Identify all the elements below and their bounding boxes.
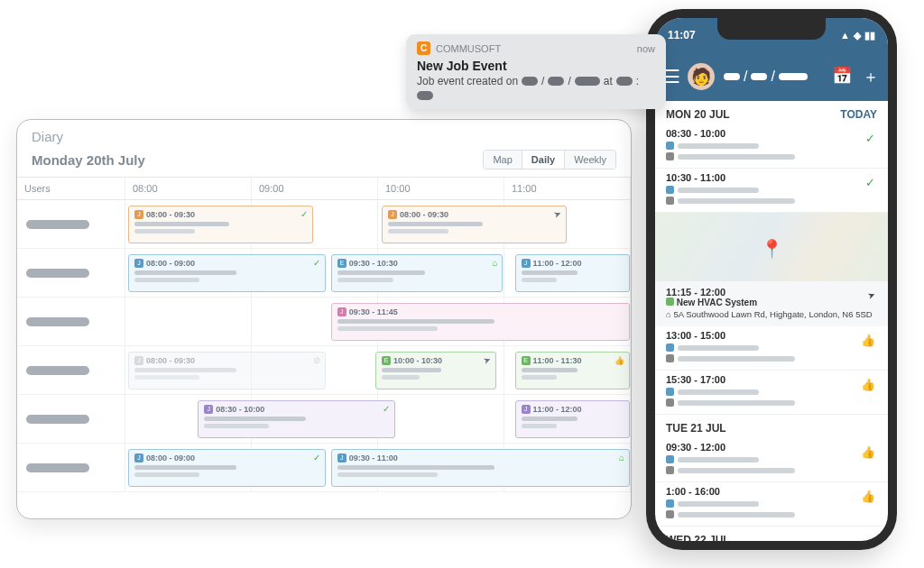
item-type-badge (666, 186, 674, 194)
diary-event[interactable]: J08:00 - 09:00 (128, 254, 326, 292)
tab-daily[interactable]: Daily (522, 151, 565, 169)
diary-row: J08:00 - 09:00J09:30 - 11:00 (17, 444, 631, 492)
home-icon (666, 399, 674, 407)
user-cell (17, 249, 125, 297)
diary-event[interactable]: E09:30 - 10:30 (331, 254, 504, 292)
diary-event[interactable]: J08:00 - 09:30 (382, 206, 567, 243)
add-icon[interactable]: ＋ (863, 66, 879, 87)
item-title: New HVAC System (677, 298, 757, 307)
diary-event[interactable]: J08:00 - 09:00 (128, 449, 326, 487)
schedule-item[interactable]: 09:30 - 12:00 (655, 438, 888, 482)
menu-icon[interactable]: ☰ (664, 66, 680, 87)
day-header: MON 20 JULTODAY (655, 101, 888, 124)
diary-event[interactable]: E10:00 - 10:30 (375, 352, 497, 389)
user-name-placeholder (26, 220, 89, 229)
schedule-item[interactable]: 15:30 - 17:00 (655, 371, 888, 415)
diary-row: J09:30 - 11:45 (17, 298, 631, 346)
diary-row: J08:00 - 09:30E10:00 - 10:30E11:00 - 11:… (17, 346, 631, 395)
schedule-item[interactable]: 08:30 - 10:00 (655, 124, 888, 169)
notification-app-name: COMMUSOFT (436, 43, 501, 54)
event-type-badge: E (522, 356, 531, 365)
event-type-badge: J (134, 259, 143, 268)
item-time: 10:30 - 11:00 (666, 172, 877, 183)
schedule-list[interactable]: MON 20 JULTODAY08:30 - 10:0010:30 - 11:0… (655, 101, 888, 541)
event-status-icon (484, 355, 491, 365)
item-type-badge (666, 455, 674, 463)
event-time: 11:00 - 12:00 (533, 259, 582, 268)
event-type-badge: J (522, 259, 531, 268)
hour-label: 11:00 (504, 178, 631, 199)
event-status-icon (313, 355, 320, 365)
highlighted-item[interactable]: 11:15 - 12:00 New HVAC System⌂ 5A Southw… (655, 281, 888, 326)
event-status-icon (313, 258, 320, 268)
phone-frame: 11:07 ▲ ◈ ▮▮ ☰ 🧑 // 📅 ＋ MON 20 JULTODAY0… (646, 9, 897, 550)
user-name-placeholder (26, 366, 89, 375)
diary-event[interactable]: J11:00 - 12:00 (515, 254, 630, 292)
calendar-icon[interactable]: 📅 (832, 66, 852, 87)
diary-row: J08:30 - 10:00J11:00 - 12:00 (17, 395, 631, 444)
item-status-icon (865, 176, 875, 189)
signal-icon: ▲ (840, 30, 850, 41)
diary-row: J08:00 - 09:00E09:30 - 10:30J11:00 - 12:… (17, 249, 631, 298)
tab-weekly[interactable]: Weekly (565, 151, 615, 169)
battery-icon: ▮▮ (864, 30, 875, 41)
event-type-badge: J (134, 356, 143, 365)
item-address: 5A Southwood Lawn Rd, Highgate, London, … (673, 309, 872, 319)
hour-label: 09:00 (252, 178, 378, 199)
user-cell (17, 444, 125, 491)
diary-event[interactable]: J09:30 - 11:45 (331, 303, 630, 341)
diary-event[interactable]: J08:00 - 09:30 (128, 206, 313, 243)
event-type-badge: J (204, 405, 213, 414)
user-cell (17, 346, 125, 394)
user-cell (17, 298, 125, 345)
push-notification[interactable]: C COMMUSOFT now New Job Event Job event … (406, 34, 666, 109)
event-type-badge: E (337, 259, 346, 268)
item-type-badge (666, 344, 674, 352)
item-time: 09:30 - 12:00 (666, 442, 877, 453)
home-icon (666, 152, 674, 160)
diary-event[interactable]: J08:00 - 09:30 (128, 352, 326, 389)
event-type-badge: J (337, 307, 346, 316)
avatar[interactable]: 🧑 (688, 63, 715, 90)
tab-map[interactable]: Map (484, 151, 522, 169)
item-time: 08:30 - 10:00 (666, 128, 877, 139)
day-label: TUE 21 JUL (666, 422, 726, 435)
diary-event[interactable]: E11:00 - 11:30 (515, 352, 630, 389)
view-tabs: Map Daily Weekly (483, 150, 616, 169)
day-header: TUE 21 JUL (655, 415, 888, 438)
hour-label: 10:00 (378, 178, 504, 199)
status-icons: ▲ ◈ ▮▮ (840, 30, 875, 41)
event-time: 11:00 - 11:30 (533, 356, 582, 365)
diary-date: Monday 20th July (32, 152, 145, 168)
home-icon (666, 197, 674, 205)
schedule-item[interactable]: 10:30 - 11:00 (655, 169, 888, 213)
item-status-icon (865, 132, 875, 145)
diary-event[interactable]: J08:30 - 10:00 (198, 400, 395, 438)
home-icon (666, 510, 674, 518)
user-name-placeholder (26, 415, 89, 424)
event-type-badge: J (337, 453, 346, 463)
home-icon (666, 466, 674, 474)
event-time: 08:00 - 09:30 (400, 210, 448, 219)
user-name-placeholder (26, 269, 89, 278)
event-time: 08:00 - 09:00 (146, 259, 195, 268)
event-type-badge: E (382, 356, 391, 365)
user-name-placeholder (26, 317, 89, 326)
diary-event[interactable]: J11:00 - 12:00 (515, 400, 630, 438)
diary-event[interactable]: J09:30 - 11:00 (331, 449, 630, 487)
time-header-row: Users 08:00 09:00 10:00 11:00 (17, 178, 631, 200)
schedule-item[interactable]: 1:00 - 16:00 (655, 482, 888, 527)
phone-clock: 11:07 (668, 29, 696, 41)
item-type-badge (666, 142, 674, 150)
users-column-header: Users (17, 178, 125, 199)
app-bar-title: // (724, 69, 832, 85)
map-preview[interactable]: 📍 (655, 213, 888, 281)
diary-window: Diary Monday 20th July Map Daily Weekly … (16, 119, 632, 519)
item-status-icon (861, 334, 875, 347)
hour-label: 08:00 (125, 178, 252, 199)
diary-title: Diary (32, 129, 616, 144)
schedule-item[interactable]: 13:00 - 15:00 (655, 326, 888, 371)
item-status-icon (861, 445, 875, 459)
notification-body: Job event created on // at : (417, 75, 655, 100)
event-time: 09:30 - 11:00 (349, 453, 398, 463)
